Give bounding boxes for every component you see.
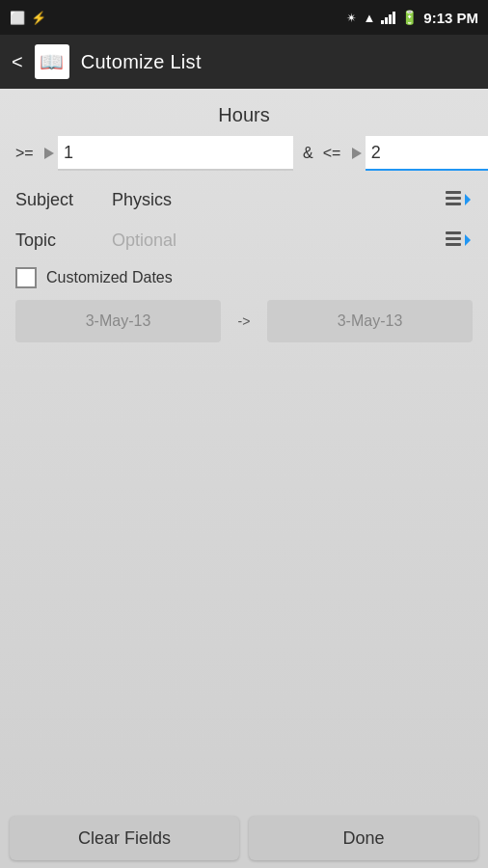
left-op: >= xyxy=(15,145,44,162)
topic-label: Topic xyxy=(15,231,112,251)
logo-emoji: 📖 xyxy=(40,50,64,73)
status-bar-left: ⬜ ⚡ xyxy=(10,11,46,25)
topic-value: Optional xyxy=(112,231,442,251)
lightning-icon: ⚡ xyxy=(31,11,46,25)
back-button[interactable]: < xyxy=(12,51,23,73)
subject-row: Subject Physics xyxy=(15,182,473,217)
topic-row: Topic Optional xyxy=(15,223,473,258)
app-bar: < 📖 Cutomize List xyxy=(0,35,488,89)
app-title: Cutomize List xyxy=(81,51,202,73)
svg-rect-1 xyxy=(446,197,461,200)
section-title: Hours xyxy=(15,104,473,126)
done-button[interactable]: Done xyxy=(249,816,478,860)
left-arrow-icon xyxy=(44,148,54,159)
status-bar: ⬜ ⚡ ✴ ▲ 🔋 9:13 PM xyxy=(0,0,488,35)
customized-dates-label: Customized Dates xyxy=(46,269,173,286)
status-bar-right: ✴ ▲ 🔋 9:13 PM xyxy=(346,10,478,26)
checkbox-row: Customized Dates xyxy=(15,267,473,288)
svg-rect-5 xyxy=(446,237,461,240)
signal-icon xyxy=(381,11,395,24)
date-to-button[interactable]: 3-May-13 xyxy=(267,300,473,342)
app-logo: 📖 xyxy=(35,44,69,79)
topic-list-icon[interactable] xyxy=(442,225,473,256)
bluetooth-icon: ✴ xyxy=(346,11,357,25)
svg-marker-7 xyxy=(465,234,471,246)
battery-icon: 🔋 xyxy=(401,10,418,25)
subject-list-icon[interactable] xyxy=(442,184,473,215)
right-op: <= xyxy=(323,145,352,162)
wifi-icon: ▲ xyxy=(363,11,375,25)
status-time: 9:13 PM xyxy=(423,10,478,26)
subject-value: Physics xyxy=(112,190,442,210)
subject-list-svg xyxy=(444,186,471,213)
svg-marker-3 xyxy=(465,194,471,205)
screen-icon: ⬜ xyxy=(10,11,25,25)
right-arrow-icon xyxy=(352,148,362,159)
svg-rect-0 xyxy=(446,191,461,194)
svg-rect-2 xyxy=(446,203,461,205)
main-content: Hours >= & <= Subject Physics Topic Opti… xyxy=(0,89,488,808)
date-arrow-icon: -> xyxy=(232,313,256,329)
date-row: 3-May-13 -> 3-May-13 xyxy=(15,300,473,342)
svg-rect-6 xyxy=(446,243,461,246)
range-connector: & xyxy=(293,145,323,162)
topic-list-svg xyxy=(444,227,471,254)
date-from-button[interactable]: 3-May-13 xyxy=(15,300,221,342)
svg-rect-4 xyxy=(446,231,461,234)
clear-fields-button[interactable]: Clear Fields xyxy=(10,816,239,860)
range-row: >= & <= xyxy=(15,136,473,171)
right-value-input[interactable] xyxy=(366,136,488,171)
subject-label: Subject xyxy=(15,190,112,210)
bottom-bar: Clear Fields Done xyxy=(0,808,488,868)
left-value-input[interactable] xyxy=(58,136,293,171)
customized-dates-checkbox[interactable] xyxy=(15,267,37,288)
